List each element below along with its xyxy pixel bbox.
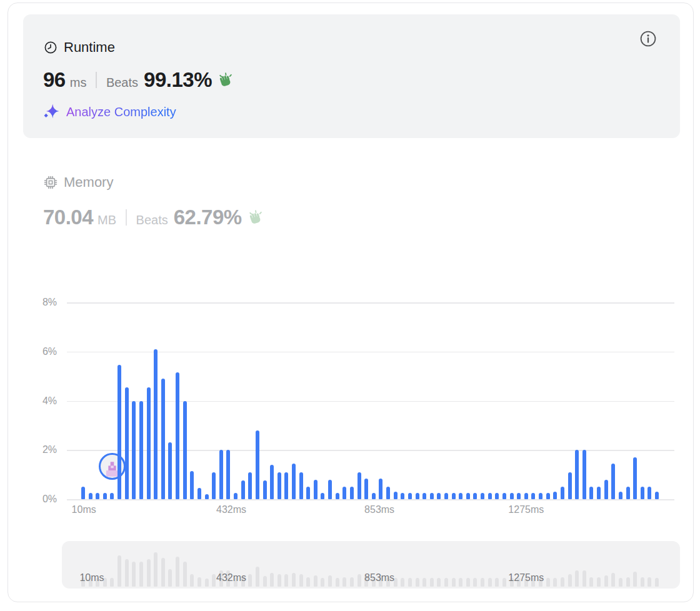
histogram-bar[interactable] [648,487,651,499]
histogram-bar[interactable] [495,493,499,499]
histogram-bar[interactable] [416,493,419,499]
histogram-bar[interactable] [561,487,564,499]
histogram-bar[interactable] [278,472,281,499]
histogram-bar[interactable] [582,450,586,499]
histogram-bar[interactable] [81,487,85,499]
histogram-bar[interactable] [132,401,136,500]
current-submission-marker[interactable] [99,453,126,480]
histogram-bar[interactable] [219,450,223,499]
histogram-bar[interactable] [364,479,368,499]
runtime-beats-value: 99.13% [144,68,212,92]
histogram-bar[interactable] [422,493,426,499]
minimap-bar [183,562,187,587]
histogram-bar[interactable] [299,472,303,499]
histogram-bar[interactable] [641,487,644,499]
histogram-bar[interactable] [248,472,252,499]
histogram-bar[interactable] [531,493,535,499]
histogram-bar[interactable] [379,479,382,499]
histogram-bar[interactable] [408,493,412,499]
histogram-bar[interactable] [502,493,506,499]
histogram-bar[interactable] [437,493,441,499]
minimap-bar [430,578,434,587]
minimap-bar [342,577,346,587]
histogram-bar[interactable] [604,480,608,500]
histogram-bar[interactable] [633,457,637,499]
histogram-bar[interactable] [358,472,361,499]
memory-tab[interactable]: Memory 70.04 MB Beats 62.79% [23,167,373,241]
histogram-bar[interactable] [619,492,622,499]
histogram-bar[interactable] [306,487,310,499]
histogram-bar[interactable] [459,493,462,499]
minimap-bar [444,578,448,587]
histogram-bar[interactable] [292,464,296,499]
submission-result-panel: Runtime 96 ms Beats 99.13% [8,2,694,602]
histogram-bar[interactable] [147,387,151,499]
histogram-bar[interactable] [517,493,521,499]
histogram-bar[interactable] [321,493,324,499]
histogram-bar[interactable] [314,480,318,500]
histogram-bar[interactable] [183,401,187,500]
minimap-bar [321,578,324,587]
histogram-bar[interactable] [488,493,492,499]
histogram-bar[interactable] [589,487,593,499]
histogram-bar[interactable] [139,401,143,500]
histogram-bar[interactable] [655,492,659,499]
histogram-bar[interactable] [125,387,129,499]
runtime-tab-card[interactable]: Runtime 96 ms Beats 99.13% [23,14,680,138]
histogram-bar[interactable] [466,493,470,499]
histogram-bar[interactable] [481,493,484,499]
analyze-complexity-link[interactable]: Analyze Complexity [42,103,176,121]
histogram-bar[interactable] [394,492,398,499]
histogram-bar[interactable] [568,472,572,499]
histogram-bar[interactable] [96,493,99,499]
histogram-bar[interactable] [328,480,332,500]
histogram-bar[interactable] [386,487,390,499]
runtime-distribution-plot[interactable] [67,302,674,499]
histogram-bar[interactable] [263,480,267,499]
histogram-bar[interactable] [256,430,259,499]
info-icon[interactable] [639,29,658,48]
histogram-bar[interactable] [205,494,209,499]
histogram-bar[interactable] [270,465,274,499]
histogram-bar[interactable] [452,493,456,499]
histogram-bar[interactable] [372,493,376,499]
distribution-minimap[interactable]: 10ms432ms853ms1275ms [62,541,680,589]
histogram-bar[interactable] [154,349,158,499]
histogram-bar[interactable] [234,493,238,499]
histogram-bar[interactable] [110,493,114,499]
histogram-bar[interactable] [190,471,194,499]
histogram-bar[interactable] [168,442,172,499]
histogram-bar[interactable] [401,493,404,499]
histogram-bar[interactable] [212,472,216,499]
histogram-bar[interactable] [118,365,121,499]
histogram-bar[interactable] [241,480,245,499]
histogram-bar[interactable] [103,493,107,499]
histogram-bar[interactable] [597,487,601,499]
histogram-bar[interactable] [176,372,179,499]
histogram-bar[interactable] [539,493,542,499]
histogram-bar[interactable] [198,488,201,499]
minimap-bar [582,570,586,587]
histogram-bar[interactable] [611,464,615,499]
histogram-bar[interactable] [473,493,477,499]
histogram-bar[interactable] [161,379,165,499]
histogram-bar[interactable] [284,472,288,499]
histogram-bar[interactable] [524,493,528,499]
divider [96,72,97,88]
histogram-bar[interactable] [430,493,434,499]
histogram-bar[interactable] [444,493,448,499]
histogram-bar[interactable] [342,487,346,499]
gridline [67,499,674,500]
histogram-bar[interactable] [553,492,557,499]
histogram-bar[interactable] [336,493,339,499]
histogram-bar[interactable] [226,450,230,499]
histogram-bar[interactable] [350,487,354,499]
histogram-bar[interactable] [510,493,514,499]
histogram-bar[interactable] [575,450,579,499]
minimap-bar [270,573,274,587]
memory-beats-value: 62.79% [174,206,242,229]
histogram-bar[interactable] [546,493,550,499]
histogram-bar[interactable] [89,493,92,499]
minimap-bar [161,558,165,587]
histogram-bar[interactable] [626,487,630,499]
